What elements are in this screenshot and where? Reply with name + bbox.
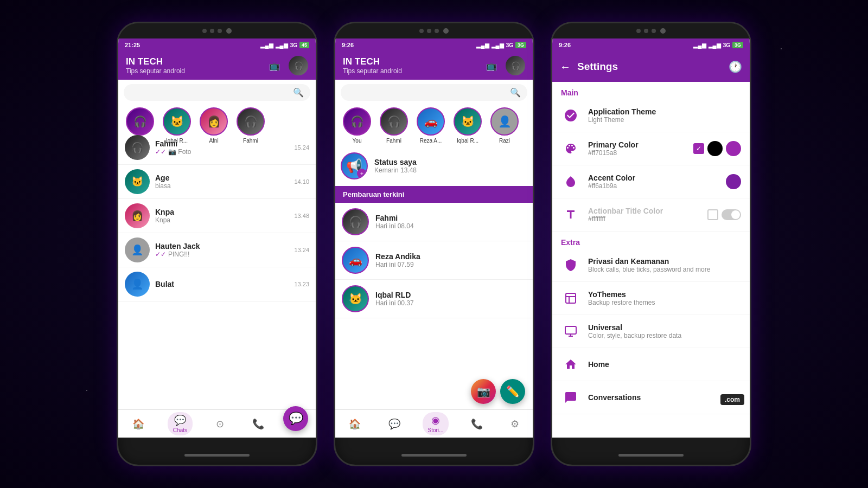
dot-2-2 <box>427 29 431 33</box>
actionbar-color-toggle[interactable] <box>722 209 741 220</box>
phone-3-dots <box>636 29 656 33</box>
phone-2: 9:26 ▂▄▆ ▂▄▆ 3G 3G IN TECH Tips seputar … <box>334 22 534 466</box>
chat-item-bulat[interactable]: 👤 Bulat 13.23 <box>118 267 316 301</box>
nav-2-calls[interactable]: 📞 <box>465 416 488 432</box>
story-2-you[interactable]: 🎧 You <box>341 107 373 144</box>
chat-time-hauten: 13.24 <box>294 247 309 253</box>
phone-2-status-right: ▂▄▆ ▂▄▆ 3G 3G <box>476 42 526 48</box>
screen-icon[interactable]: 📺 <box>267 58 282 73</box>
chat-info-knpa: Knpa Knpa <box>155 208 289 224</box>
search-icon-2[interactable]: 🔍 <box>510 87 521 98</box>
instagram-fab[interactable]: 📷 <box>471 379 496 404</box>
phone-3-status-right: ▂▄▆ ▂▄▆ 3G 3G <box>693 42 743 48</box>
primary-color-right: ✓ <box>693 141 741 156</box>
nav-calls[interactable]: 📞 <box>247 416 270 432</box>
primary-color-checkbox[interactable]: ✓ <box>693 143 704 154</box>
back-button[interactable]: ← <box>560 61 571 73</box>
phone-2-search-bar[interactable]: 🔍 <box>341 84 527 101</box>
phone-1-search-input[interactable] <box>130 88 293 97</box>
story-2-reza[interactable]: 🚗 Reza A... <box>414 107 447 144</box>
home-icon: 🏠 <box>132 418 144 430</box>
story-2-label-iqbal: Iqbal R... <box>457 138 478 144</box>
signal-3-2: ▂▄▆ <box>709 42 721 48</box>
user-avatar[interactable]: 🎧 <box>289 56 308 75</box>
chat-item-fahmi[interactable]: 🎧 Fahmi ✓✓ 📷 Foto 15.24 <box>118 131 316 165</box>
chat-item-hauten[interactable]: 👤 Hauten Jack ✓✓ PING!!! 13.24 <box>118 233 316 267</box>
conversations-icon <box>561 388 580 407</box>
settings-actionbar-color[interactable]: Actionbar Title Color #ffffffff <box>552 198 750 232</box>
chat-avatar-hauten: 👤 <box>125 237 150 262</box>
dot-2-1 <box>419 29 424 33</box>
settings-content: Main Application Theme Light Theme <box>552 82 750 438</box>
color-dot-purple[interactable] <box>726 141 741 156</box>
my-status-avatar: 📢 + <box>341 152 368 179</box>
nav-chats[interactable]: 💬 Chats <box>168 412 193 435</box>
nav-status[interactable]: ⊙ <box>210 416 229 432</box>
settings-privacy[interactable]: Privasi dan Keamanan Block calls, blue t… <box>552 249 750 282</box>
primary-color-icon <box>561 139 580 158</box>
phone-2-time: 9:26 <box>342 42 354 48</box>
stories-icon-2: ◉ <box>431 414 440 426</box>
actionbar-color-checkbox[interactable] <box>707 209 718 220</box>
chat-item-age[interactable]: 🐱 Age biasa 14.10 <box>118 165 316 199</box>
screen-icon-2[interactable]: 📺 <box>484 58 499 73</box>
chat-name-bulat: Bulat <box>155 280 289 288</box>
update-time-iqbal: Hari ini 00.37 <box>375 299 526 307</box>
watermark-com: .com <box>720 394 744 405</box>
phone-2-search-input[interactable] <box>347 88 510 97</box>
phone-2-app-title: IN TECH <box>343 56 402 67</box>
chat-avatar-knpa: 👩 <box>125 203 150 228</box>
my-status-item[interactable]: 📢 + Status saya Kemarin 13.48 <box>341 148 527 184</box>
settings-primary-color[interactable]: Primary Color #ff7015a8 ✓ <box>552 132 750 165</box>
my-status-info: Status saya Kemarin 13.48 <box>374 158 527 174</box>
nav-2-chats[interactable]: 💬 <box>383 416 406 432</box>
update-iqbal[interactable]: 🐱 Iqbal RLD Hari ini 00.37 <box>335 280 533 318</box>
settings-accent-color[interactable]: Accent Color #ff6a1b9a <box>552 165 750 198</box>
accent-color-icon <box>561 172 580 191</box>
nav-2-stories[interactable]: ◉ Stori... <box>423 412 449 435</box>
update-name-iqbal: Iqbal RLD <box>375 291 526 299</box>
nav-2-settings[interactable]: ⚙ <box>505 416 525 432</box>
settings-app-theme[interactable]: Application Theme Light Theme <box>552 99 750 132</box>
whatsapp-fab[interactable]: 💬 <box>283 406 308 431</box>
settings-home[interactable]: Home <box>552 348 750 381</box>
chat-preview-hauten: ✓✓ PING!!! <box>155 251 289 258</box>
phone-2-bottom-nav: 🏠 💬 ◉ Stori... 📞 ⚙ <box>335 409 533 438</box>
settings-yothemes[interactable]: YoThemes Backup restore themes <box>552 282 750 315</box>
nav-home[interactable]: 🏠 <box>127 416 150 432</box>
accent-color-dot[interactable] <box>726 174 741 189</box>
story-2-iqbal[interactable]: 🐱 Iqbal R... <box>451 107 484 144</box>
story-2-razi[interactable]: 👤 Razi <box>488 107 521 144</box>
update-avatar-reza: 🚗 <box>342 247 369 274</box>
add-status-btn[interactable]: + <box>357 169 367 178</box>
phone-1-search-bar[interactable]: 🔍 <box>124 84 310 101</box>
chat-name-knpa: Knpa <box>155 208 289 216</box>
yothemes-icon <box>561 288 580 308</box>
story-2-avatar-iqbal: 🐱 <box>454 107 482 136</box>
theme-title: Application Theme <box>588 107 741 116</box>
search-icon[interactable]: 🔍 <box>293 87 304 98</box>
story-2-fahmi[interactable]: 🎧 Fahmi <box>378 107 410 144</box>
update-reza[interactable]: 🚗 Reza Andika Hari ini 07.59 <box>335 241 533 280</box>
nav-2-home[interactable]: 🏠 <box>343 416 366 432</box>
chat-preview-age: biasa <box>155 182 289 190</box>
signal-2-2: ▂▄▆ <box>492 42 504 48</box>
compose-fab[interactable]: ✏️ <box>500 379 525 404</box>
color-dot-black[interactable] <box>707 141 723 156</box>
chat-item-knpa[interactable]: 👩 Knpa Knpa 13.48 <box>118 199 316 233</box>
conversations-info: Conversations <box>588 393 741 402</box>
user-avatar-2[interactable]: 🎧 <box>506 56 525 75</box>
story-2-label-fahmi: Fahmi <box>386 138 401 144</box>
universal-subtitle: Color, style, backup restore data <box>588 332 741 339</box>
phone-1-status-right: ▂▄▆ ▂▄▆ 3G 45 <box>260 42 309 48</box>
signal-icon-2: ▂▄▆ <box>276 42 288 48</box>
phone-1-dots <box>202 29 222 33</box>
clock-icon[interactable]: 🕐 <box>729 60 742 73</box>
network-label: 3G <box>290 42 297 48</box>
status-icon: ⊙ <box>216 418 224 430</box>
dot-2 <box>210 29 214 33</box>
update-fahmi[interactable]: 🎧 Fahmi Hari ini 08.04 <box>335 203 533 241</box>
update-time-reza: Hari ini 07.59 <box>375 261 526 268</box>
phone-3-home-bar <box>618 454 684 457</box>
settings-universal[interactable]: Universal Color, style, backup restore d… <box>552 315 750 348</box>
